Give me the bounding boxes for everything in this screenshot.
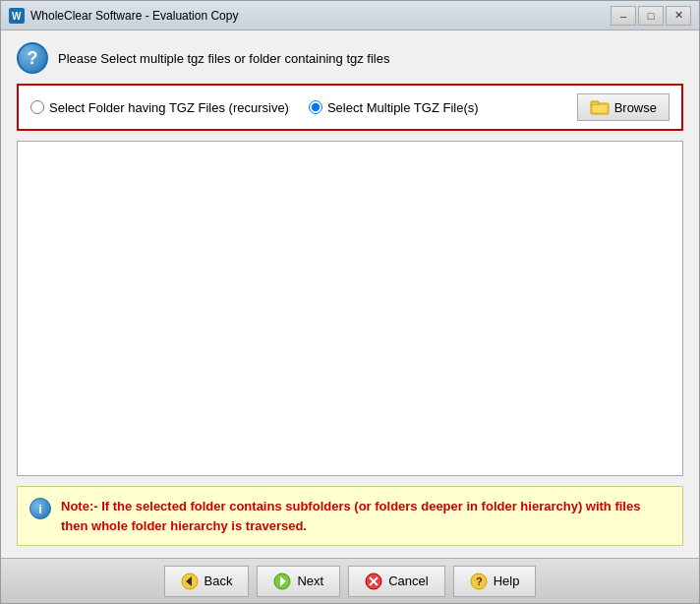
main-window: W WholeClear Software - Evaluation Copy …: [0, 0, 700, 604]
options-box: Select Folder having TGZ Files (recursiv…: [17, 84, 683, 131]
file-list-box: [17, 141, 683, 476]
browse-icon: [590, 99, 610, 115]
header-text: Please Select multiple tgz files or fold…: [58, 51, 389, 66]
title-bar: W WholeClear Software - Evaluation Copy …: [1, 1, 699, 30]
svg-rect-4: [593, 105, 607, 112]
window-title: WholeClear Software - Evaluation Copy: [30, 9, 611, 23]
cancel-button[interactable]: Cancel: [348, 566, 444, 597]
svg-text:W: W: [12, 11, 22, 22]
note-info-icon: i: [29, 498, 51, 519]
browse-label: Browse: [614, 100, 657, 115]
maximize-button[interactable]: □: [638, 6, 664, 26]
window-controls: – □ ✕: [611, 6, 691, 26]
next-button[interactable]: Next: [257, 566, 340, 597]
svg-text:?: ?: [476, 575, 483, 587]
svg-rect-3: [591, 101, 599, 105]
help-icon: ?: [470, 573, 488, 590]
option-folder-label: Select Folder having TGZ Files (recursiv…: [49, 100, 289, 115]
minimize-button[interactable]: –: [611, 6, 636, 26]
close-button[interactable]: ✕: [666, 6, 691, 26]
app-icon: W: [9, 8, 25, 24]
back-label: Back: [204, 574, 233, 588]
radio-files[interactable]: [309, 100, 322, 114]
back-icon: [181, 573, 199, 590]
content-area: ? Please Select multiple tgz files or fo…: [1, 30, 699, 558]
note-box: i Note:- If the selected folder contains…: [17, 486, 683, 546]
option-files[interactable]: Select Multiple TGZ File(s): [309, 100, 479, 115]
next-label: Next: [297, 574, 323, 588]
option-folder[interactable]: Select Folder having TGZ Files (recursiv…: [30, 100, 289, 115]
footer: Back Next Cancel ? Help: [1, 558, 699, 603]
browse-button[interactable]: Browse: [577, 93, 670, 121]
header-info-icon: ?: [17, 42, 48, 74]
help-label: Help: [494, 574, 520, 588]
note-text: Note:- If the selected folder contains s…: [61, 497, 671, 535]
help-button[interactable]: ? Help: [453, 566, 537, 597]
radio-folder[interactable]: [30, 100, 44, 114]
header-row: ? Please Select multiple tgz files or fo…: [17, 42, 683, 74]
cancel-icon: [365, 573, 382, 590]
option-files-label: Select Multiple TGZ File(s): [327, 100, 479, 115]
cancel-label: Cancel: [388, 574, 428, 588]
next-icon: [273, 573, 291, 590]
back-button[interactable]: Back: [164, 566, 250, 597]
